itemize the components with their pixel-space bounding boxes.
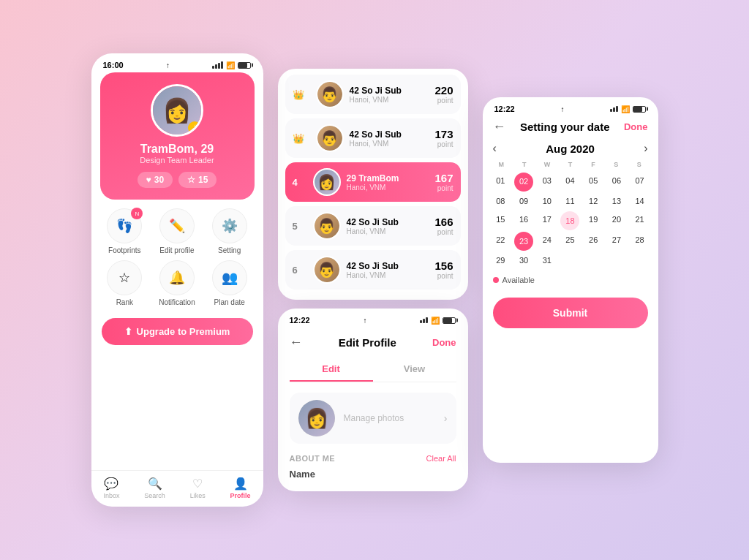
day-18[interactable]: 18 xyxy=(560,211,579,230)
day-empty-3 xyxy=(606,252,628,269)
status-bar-3: 12:22 ↑ 📶 xyxy=(278,309,468,328)
day-23[interactable]: 23 xyxy=(514,232,533,251)
day-02[interactable]: 02 xyxy=(514,173,533,192)
profile-stats: ♥ 30 ☆ 15 xyxy=(112,172,243,188)
day-empty-2 xyxy=(582,252,604,269)
status-bar-4: 12:22 ↑ 📶 xyxy=(483,97,658,116)
day-20[interactable]: 20 xyxy=(606,211,628,230)
leader-info-1: 42 So Ji Sub Hanoi, VNM xyxy=(350,86,435,104)
day-06[interactable]: 06 xyxy=(606,173,628,192)
menu-item-footprints[interactable]: 👣 N Footprints xyxy=(102,208,148,254)
status-icons-4: 📶 xyxy=(610,105,646,113)
upgrade-button[interactable]: ⬆ Upgrade to Premium xyxy=(102,318,253,345)
search-label: Search xyxy=(144,492,165,499)
tab-view[interactable]: View xyxy=(373,357,456,382)
leader-avatar-5: 👨 xyxy=(313,212,341,240)
day-31[interactable]: 31 xyxy=(536,252,558,269)
day-28[interactable]: 28 xyxy=(629,232,651,251)
day-09[interactable]: 09 xyxy=(513,193,535,210)
leader-row-6: 6 👨 42 So Ji Sub Hanoi, VNM 156 point xyxy=(285,250,461,290)
submit-button[interactable]: Submit xyxy=(493,298,648,328)
leader-avatar-1: 👨 xyxy=(316,80,344,108)
wifi-icon: 📶 xyxy=(226,61,235,69)
day-03[interactable]: 03 xyxy=(536,173,558,192)
upgrade-label: Upgrade to Premium xyxy=(137,326,230,337)
inbox-label: Inbox xyxy=(103,492,119,499)
day-24[interactable]: 24 xyxy=(536,232,558,251)
cal-back-button[interactable]: ← xyxy=(493,119,506,135)
day-16[interactable]: 16 xyxy=(513,211,535,230)
nav-profile[interactable]: 👤 Profile xyxy=(230,477,251,499)
leader-location-2: Hanoi, VNM xyxy=(350,140,435,148)
day-15[interactable]: 15 xyxy=(490,211,512,230)
day-07[interactable]: 07 xyxy=(629,173,651,192)
leader-score-6: 156 point xyxy=(434,260,453,280)
days-grid: 01 02 03 04 05 06 07 08 09 10 11 12 13 1… xyxy=(490,173,651,270)
leader-info-2: 42 So Ji Sub Hanoi, VNM xyxy=(350,129,435,148)
edit-profile-title: Edit Profile xyxy=(303,336,433,349)
photos-row[interactable]: 👩 Manage photos › xyxy=(290,393,456,444)
cal-page-title: Setting your date xyxy=(520,121,610,133)
submit-label: Submit xyxy=(553,307,587,319)
day-25[interactable]: 25 xyxy=(560,232,581,251)
nav-likes[interactable]: ♡ Likes xyxy=(190,477,206,499)
back-button[interactable]: ← xyxy=(290,335,303,350)
tab-edit[interactable]: Edit xyxy=(290,357,373,382)
heart-icon: ♥ xyxy=(146,175,151,185)
edit-header: ← Edit Profile Done xyxy=(278,328,468,357)
day-30[interactable]: 30 xyxy=(513,252,535,269)
menu-item-plan-date[interactable]: 👥 Plan date xyxy=(206,260,253,306)
crown-icon-1: 👑 xyxy=(293,89,307,100)
edit-profile-label: Edit profile xyxy=(159,246,194,254)
plan-date-label: Plan date xyxy=(214,298,245,306)
cal-done-button[interactable]: Done xyxy=(624,121,648,132)
nav-inbox[interactable]: 💬 Inbox xyxy=(103,477,119,499)
day-08[interactable]: 08 xyxy=(490,193,512,210)
likes-label: Likes xyxy=(190,492,206,499)
menu-item-setting[interactable]: ⚙️ Setting xyxy=(206,208,253,254)
day-22[interactable]: 22 xyxy=(490,232,512,251)
edit-icon: ✏️ xyxy=(169,218,185,234)
day-17[interactable]: 17 xyxy=(536,211,558,230)
day-10[interactable]: 10 xyxy=(536,193,558,210)
menu-item-notification[interactable]: 🔔 Notification xyxy=(154,260,200,306)
day-14[interactable]: 14 xyxy=(629,193,651,210)
manage-photos-text: Manage photos xyxy=(344,413,441,423)
day-27[interactable]: 27 xyxy=(606,232,628,251)
leader-info-6: 42 So Ji Sub Hanoi, VNM xyxy=(347,261,435,279)
done-button[interactable]: Done xyxy=(432,337,456,348)
name-field-label: Name xyxy=(290,469,456,480)
day-12[interactable]: 12 xyxy=(582,193,604,210)
day-05[interactable]: 05 xyxy=(582,173,604,192)
leader-score-2: 173 point xyxy=(434,128,453,148)
cal-title-row: ← Setting your date Done xyxy=(483,116,658,142)
clear-all-button[interactable]: Clear All xyxy=(426,454,456,463)
gear-icon: ⚙️ xyxy=(222,218,238,234)
day-19[interactable]: 19 xyxy=(582,211,604,230)
day-empty-4 xyxy=(629,252,651,269)
day-04[interactable]: 04 xyxy=(560,173,581,192)
phone1-profile: 16:00 ↑ 📶 👩 🔑 TramBom, 29 Design Team Le… xyxy=(91,53,263,507)
day-26[interactable]: 26 xyxy=(582,232,604,251)
search-icon: 🔍 xyxy=(148,477,162,491)
leader-name-2: 42 So Ji Sub xyxy=(350,129,435,140)
day-11[interactable]: 11 xyxy=(560,193,581,210)
prev-month-button[interactable]: ‹ xyxy=(493,142,497,155)
rank-label: Rank xyxy=(116,298,133,306)
menu-item-rank[interactable]: ☆ Rank xyxy=(102,260,148,306)
about-header: ABOUT ME Clear All xyxy=(290,454,456,463)
score-num-1: 220 xyxy=(434,84,453,97)
likes-icon: ♡ xyxy=(192,477,203,491)
plan-date-icon-wrap: 👥 xyxy=(212,260,247,295)
day-01[interactable]: 01 xyxy=(490,173,512,192)
day-29[interactable]: 29 xyxy=(490,252,512,269)
upgrade-icon: ⬆ xyxy=(124,326,132,337)
day-13[interactable]: 13 xyxy=(606,193,628,210)
stars-stat: ☆ 15 xyxy=(178,172,217,188)
nav-search[interactable]: 🔍 Search xyxy=(144,477,165,499)
rank-icon-wrap: ☆ xyxy=(107,260,142,295)
day-21[interactable]: 21 xyxy=(629,211,651,230)
next-month-button[interactable]: › xyxy=(644,142,647,155)
time-display-3: 12:22 xyxy=(290,316,310,325)
menu-item-edit-profile[interactable]: ✏️ Edit profile xyxy=(154,208,200,254)
